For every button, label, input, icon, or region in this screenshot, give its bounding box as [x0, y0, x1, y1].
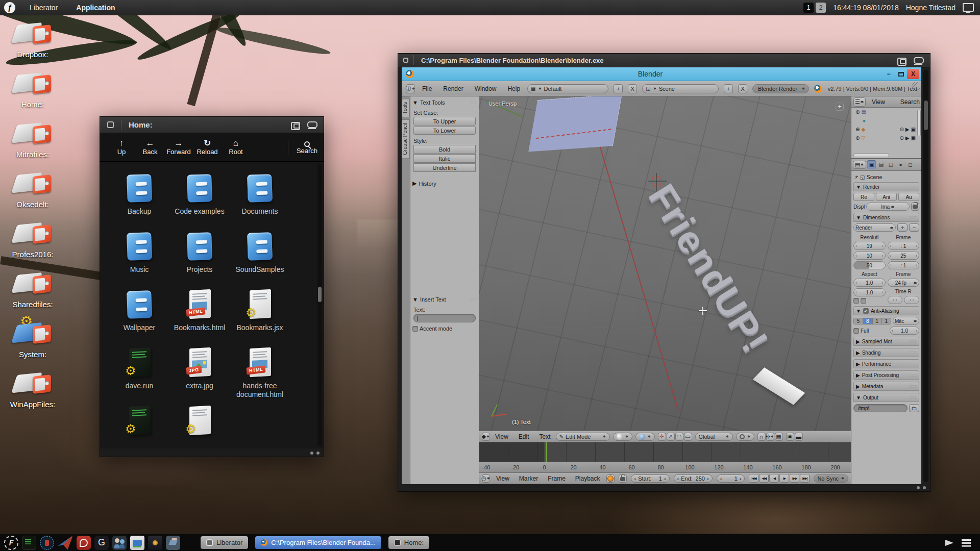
resolution-x-field[interactable]: ‹19› [853, 242, 886, 250]
resolution-percent-slider[interactable]: 50 [853, 261, 886, 269]
file-item[interactable]: ⚙ SoundSamples [230, 226, 290, 284]
desktop-disk-icon[interactable]: ⚙ Oksedelt: [6, 172, 59, 222]
file-item[interactable]: JPG ⚙ extra.jpg [169, 342, 230, 400]
timeline-menu-item[interactable]: Frame [546, 475, 568, 482]
add-preset-button[interactable]: + [897, 223, 908, 232]
style-button[interactable]: Italic [413, 154, 476, 163]
mode-selector[interactable]: ✎ Edit Mode [556, 433, 610, 441]
case-button[interactable]: To Lower [413, 126, 476, 135]
start-frame-field[interactable]: ‹Start: 1› [631, 474, 670, 483]
record-button[interactable] [606, 474, 615, 483]
fps-selector[interactable]: 24 fp [888, 279, 920, 287]
toolbar-button[interactable]: ↻ Reload [193, 139, 222, 156]
desktop-disk-icon[interactable]: ⚙ Sharedfiles: [6, 272, 59, 322]
editor-type-selector[interactable]: ◷ [482, 474, 490, 483]
timeline-ruler[interactable]: -40-200204060801001201401601802002202402… [479, 462, 851, 472]
file-item[interactable]: ⚙ Code examples [169, 167, 230, 226]
aa-checkbox[interactable]: ✓ [863, 308, 869, 314]
toolbar-button[interactable]: ↑ Up [107, 139, 136, 156]
snap-element-icon[interactable]: ⊹ [766, 433, 774, 441]
play-button[interactable]: ▶ [779, 474, 789, 483]
menubar-item[interactable]: Help [505, 85, 522, 92]
toolbar-button[interactable]: → Forward [164, 139, 193, 156]
viewport-3d[interactable]: FriendUP! User Persp (1) Text + [479, 96, 851, 431]
file-item[interactable]: ⚙ Bookmarks.jsx [230, 284, 290, 342]
tab-render[interactable]: ▣ [867, 160, 876, 169]
file-item[interactable]: ⚙ Backup [109, 167, 169, 226]
outliner-row[interactable]: ⊕▦ [851, 108, 921, 116]
tool-shelf-tab[interactable]: Grease Pencil [402, 119, 410, 159]
aspect-x-field[interactable]: ‹1.0› [853, 279, 886, 287]
view3d-menu-item[interactable]: Text [537, 433, 552, 440]
current-frame-field[interactable]: ‹1› [717, 474, 745, 483]
outliner-menu-search[interactable]: Search [898, 98, 922, 106]
jump-end-button[interactable]: ▶▶| [800, 474, 810, 483]
outliner-scrollbar[interactable] [917, 110, 921, 136]
render-panel-header[interactable]: ▼Render:::: [853, 182, 919, 191]
taskbar-task-button[interactable]: Home: [388, 536, 429, 549]
blender-app-titlebar[interactable]: Blender − X [402, 67, 921, 81]
manipulator-scale-icon[interactable]: ▭ [684, 433, 692, 441]
desktop-disk-icon[interactable]: ⚙ WinAppFiles: [6, 372, 59, 422]
file-item[interactable]: ⚙ Projects [169, 226, 230, 284]
opengl-anim-icon[interactable]: ▬ [795, 433, 803, 441]
time-remap-old[interactable]: ‹ › [888, 296, 903, 304]
taskbar-launcher-icon[interactable] [77, 536, 91, 550]
editor-type-selector[interactable]: ◆ [482, 433, 490, 441]
editor-type-selector[interactable]: ⓘ [406, 84, 415, 93]
eye-icon[interactable]: ⊙ [899, 135, 903, 141]
prev-keyframe-button[interactable]: ◀◀ [759, 474, 769, 483]
view3d-menu-item[interactable]: View [493, 433, 510, 440]
menubar-item[interactable]: File [420, 85, 434, 92]
jump-start-button[interactable]: |◀◀ [749, 474, 758, 483]
cursor-3d-icon[interactable] [651, 176, 662, 187]
aa-sample-option[interactable]: 8 [863, 318, 872, 324]
window-menu-icon[interactable] [403, 58, 408, 63]
next-keyframe-button[interactable]: ▶▶ [790, 474, 799, 483]
screen-layout-selector[interactable]: ▦ Default [527, 84, 608, 93]
view3d-menu-item[interactable]: Edit [517, 433, 531, 440]
play-reverse-button[interactable]: ◀ [769, 474, 779, 483]
frame-start-field[interactable]: ‹: 1› [888, 242, 920, 250]
workspace-badge[interactable]: 2 [816, 3, 826, 13]
aa-sample-option[interactable]: 1 [873, 318, 882, 324]
tab-render-layers[interactable]: ▤ [877, 160, 886, 169]
taskbar-launcher-icon[interactable]: G [94, 536, 109, 550]
output-panel-header[interactable]: ▼Output:::: [853, 393, 919, 402]
render-preset-selector[interactable]: Render [853, 223, 896, 232]
delete-scene-button[interactable]: X [738, 84, 747, 93]
timeline-menu-item[interactable]: View [494, 475, 511, 482]
render-toggle-icon[interactable]: ▣ [911, 135, 916, 141]
workspace-badge[interactable]: 1 [803, 3, 814, 13]
menubar-item[interactable]: Window [473, 85, 499, 92]
file-item[interactable]: ⚙ Documents [230, 167, 290, 226]
taskbar-launcher-icon[interactable] [22, 536, 36, 550]
output-path-field[interactable]: /tmp\ [853, 404, 908, 412]
file-item[interactable]: HTML ⚙ hands-free document.html [230, 342, 290, 400]
lock-interface-icon[interactable] [911, 203, 919, 211]
dimensions-panel-header[interactable]: ▼Dimensions:::: [853, 213, 919, 222]
add-layout-button[interactable]: + [614, 84, 623, 93]
resolution-y-field[interactable]: ‹10› [853, 252, 886, 260]
collapsed-panel-header[interactable]: ▶Post Processing:::: [853, 370, 919, 380]
friend-logo-icon[interactable]: ƒ [4, 2, 15, 13]
add-scene-button[interactable]: + [724, 84, 733, 93]
style-button[interactable]: Underline [413, 163, 476, 172]
full-sample-checkbox[interactable] [853, 328, 859, 334]
restore-button[interactable] [895, 69, 907, 79]
outliner-menu-view[interactable]: View [870, 98, 887, 106]
taskbar-launcher-icon[interactable] [112, 536, 127, 550]
time-remap-new[interactable]: ‹ › [904, 296, 919, 304]
taskbar-task-button[interactable]: Liberator [201, 536, 248, 549]
tool-shelf-tab[interactable]: Tools [402, 98, 410, 117]
taskbar-launcher-icon[interactable] [130, 536, 144, 550]
aspect-y-field[interactable]: ‹1.0› [853, 288, 886, 296]
layers-tray-icon[interactable] [962, 542, 971, 544]
manipulator-arrow-icon[interactable]: ➚ [667, 433, 675, 441]
manipulator-rotate-icon[interactable]: ◠ [675, 433, 683, 441]
aa-sample-option[interactable]: 5 [854, 318, 863, 324]
snap-target-icon[interactable]: ▦ [775, 433, 783, 441]
aa-sample-option[interactable]: 1 [882, 318, 891, 324]
folder-browse-icon[interactable]: 🗀︎ [909, 404, 919, 412]
collapsed-panel-header[interactable]: ▶Shading:::: [853, 348, 919, 357]
